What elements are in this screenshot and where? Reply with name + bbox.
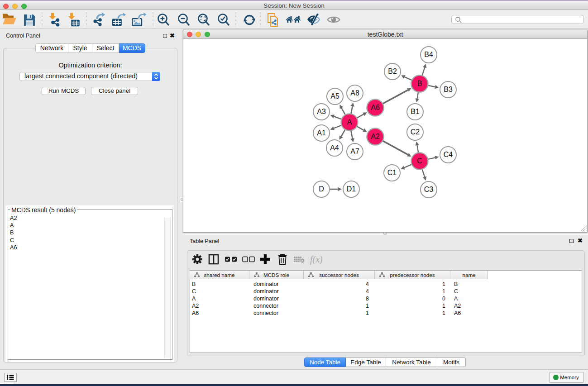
svg-text:A: A [347,118,352,126]
svg-text:B2: B2 [388,67,397,75]
svg-text:A8: A8 [350,89,359,97]
svg-text:A3: A3 [317,108,326,115]
svg-text:D: D [319,185,324,193]
svg-text:A6: A6 [371,104,380,111]
svg-text:A1: A1 [317,129,326,137]
svg-text:C3: C3 [424,186,434,193]
svg-text:A7: A7 [350,148,359,155]
svg-text:f(x): f(x) [310,254,323,265]
svg-text:B1: B1 [411,108,420,115]
svg-text:B3: B3 [444,86,453,93]
svg-text:A2: A2 [371,133,380,140]
svg-text:A5: A5 [330,92,339,100]
svg-text:C: C [417,157,422,165]
svg-text:D1: D1 [347,185,356,193]
svg-text:A4: A4 [330,144,339,152]
svg-text:B: B [417,80,422,87]
svg-text:C1: C1 [387,169,397,176]
svg-text:C2: C2 [411,128,420,136]
svg-text:C4: C4 [444,151,453,158]
svg-text:B4: B4 [424,51,433,58]
